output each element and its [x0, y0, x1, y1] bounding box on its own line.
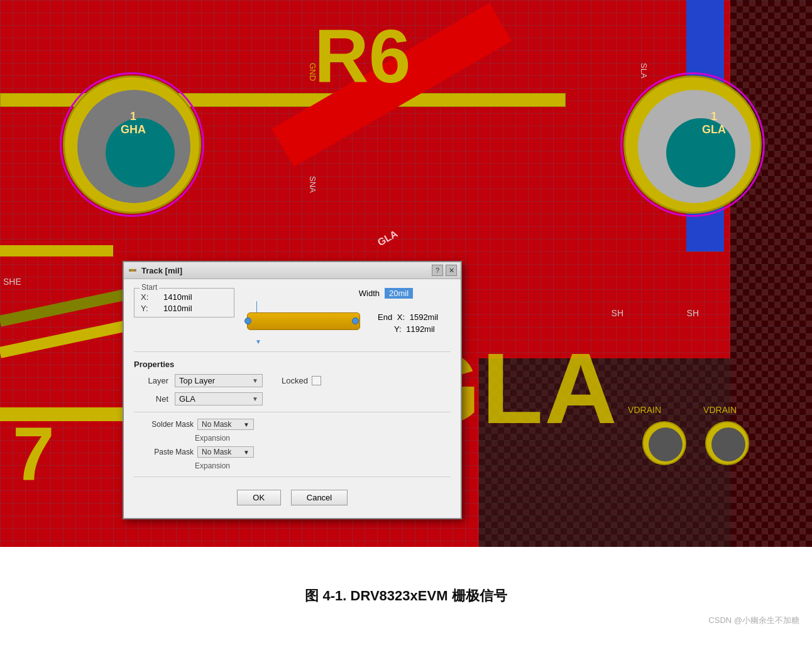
figure-caption: 图 4-1. DRV8323xEVM 栅极信号: [305, 587, 507, 605]
divider1: [134, 351, 451, 352]
paste-mask-arrow: ▼: [243, 449, 250, 456]
pcb-pad-small-2-inner: [711, 427, 745, 461]
divider2: [134, 412, 451, 412]
track-dialog: Track [mil] ? ✕ Start X: 1410mil Y: 1010…: [123, 261, 462, 519]
pcb-trace-mid: [0, 245, 113, 256]
solder-mask-value: No Mask: [202, 420, 231, 429]
pcb-pad-right-label: 1 GLA: [702, 110, 726, 136]
dialog-help-btn[interactable]: ?: [432, 265, 443, 276]
pcb-checkered-right: [730, 0, 812, 547]
pcb-label-gnd: GND: [308, 63, 317, 81]
pcb-pad-left: [63, 75, 201, 214]
properties-section: Properties Layer Top Layer ▼ Locked Net …: [134, 360, 451, 470]
start-label: Start: [140, 283, 159, 292]
locked-group: Locked: [282, 376, 321, 385]
locked-label: Locked: [282, 376, 308, 385]
pcb-label-vdrain2: VDRAIN: [703, 405, 737, 415]
width-label: Width: [359, 289, 380, 298]
end-x-value: 1592mil: [410, 312, 439, 322]
width-value: 20mil: [385, 288, 413, 299]
ok-button[interactable]: OK: [237, 490, 281, 505]
start-y-value: 1010mil: [163, 304, 192, 313]
dialog-title-bar: Track [mil] ? ✕: [124, 262, 461, 279]
dialog-buttons: OK Cancel: [134, 483, 451, 509]
start-group: Start X: 1410mil Y: 1010mil: [134, 288, 234, 317]
paste-mask-row: Paste Mask No Mask ▼: [134, 446, 451, 458]
pcb-pad-right: [623, 75, 762, 214]
paste-mask-dropdown[interactable]: No Mask ▼: [197, 446, 254, 458]
svg-point-1: [129, 270, 131, 272]
solder-mask-arrow: ▼: [243, 421, 250, 428]
pcb-pad-small-2: [705, 421, 749, 465]
layer-dropdown-arrow: ▼: [252, 377, 258, 384]
start-y-label: Y:: [141, 304, 160, 313]
solder-mask-dropdown[interactable]: No Mask ▼: [197, 419, 254, 430]
solder-mask-row: Solder Mask No Mask ▼: [134, 419, 451, 430]
svg-point-2: [134, 270, 136, 272]
layer-value: Top Layer: [179, 376, 215, 385]
cancel-button[interactable]: Cancel: [291, 490, 348, 505]
pcb-label-sla: SLA: [639, 63, 649, 79]
paste-mask-label: Paste Mask: [134, 448, 194, 456]
end-x-label: X:: [397, 312, 405, 322]
properties-title: Properties: [134, 360, 451, 369]
pcb-pad-small-1-inner: [649, 427, 683, 461]
end-y-value: 1192mil: [406, 324, 435, 334]
pcb-pad-left-label: 1 GHA: [121, 110, 146, 136]
start-x-label: X:: [141, 292, 160, 302]
pcb-pad-left-inner: [77, 90, 190, 203]
pcb-label-seven: 7: [13, 410, 55, 497]
net-value: GLA: [179, 394, 195, 404]
solder-mask-group: Solder Mask No Mask ▼ Expansion: [134, 419, 451, 443]
net-label: Net: [134, 394, 168, 404]
dialog-body: Start X: 1410mil Y: 1010mil Width 20mil: [124, 279, 461, 518]
solder-mask-label: Solder Mask: [134, 420, 194, 429]
end-y-label: Y:: [394, 324, 402, 334]
pcb-label-sna: SNA: [308, 176, 317, 193]
pcb-label-she: SHE: [3, 277, 21, 287]
end-label: End: [378, 312, 392, 322]
paste-mask-expansion-label: Expansion: [134, 461, 451, 470]
pcb-pad-right-inner: [638, 90, 751, 203]
net-dropdown-arrow: ▼: [252, 395, 258, 402]
paste-mask-value: No Mask: [202, 448, 231, 456]
solder-mask-expansion-label: Expansion: [134, 434, 451, 443]
layer-row: Layer Top Layer ▼ Locked: [134, 374, 451, 387]
net-row: Net GLA ▼: [134, 392, 451, 405]
dialog-title-buttons: ? ✕: [432, 265, 457, 276]
layer-label: Layer: [134, 376, 168, 385]
layer-dropdown[interactable]: Top Layer ▼: [175, 374, 263, 387]
pcb-label-vdrain1: VDRAIN: [628, 405, 661, 415]
pcb-label-sh2: SH: [687, 308, 699, 318]
dialog-title-text: Track [mil]: [141, 266, 428, 275]
paste-mask-group: Paste Mask No Mask ▼ Expansion: [134, 446, 451, 470]
net-dropdown[interactable]: GLA ▼: [175, 392, 263, 405]
pcb-pad-small-1: [642, 421, 686, 465]
pcb-label-sh1: SH: [612, 308, 623, 318]
csdn-label: CSDN @小幽余生不加糖: [708, 615, 799, 626]
locked-checkbox[interactable]: [312, 376, 321, 385]
start-x-value: 1410mil: [163, 292, 192, 302]
pcb-label-r6: R6: [314, 13, 410, 99]
track-icon: [128, 265, 138, 275]
caption-area: 图 4-1. DRV8323xEVM 栅极信号 CSDN @小幽余生不加糖: [0, 547, 812, 645]
divider3: [134, 477, 451, 477]
dialog-close-btn[interactable]: ✕: [446, 265, 457, 276]
